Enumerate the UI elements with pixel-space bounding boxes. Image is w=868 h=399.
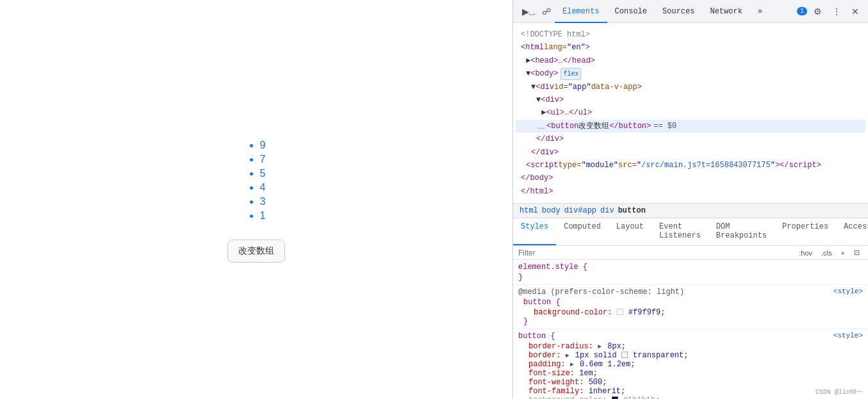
tree-div-inner[interactable]: ▼<div> — [516, 94, 865, 106]
doctype-text: <!DOCTYPE html> — [521, 28, 590, 41]
notification-badge: 1 — [797, 7, 807, 15]
bc-html[interactable]: html — [518, 206, 539, 215]
breadcrumb: html body div#app div button — [513, 204, 868, 218]
script-src-link[interactable]: /src/main.js?t=1658843077175 — [641, 159, 771, 172]
tab-styles[interactable]: Styles — [513, 218, 556, 245]
tree-close-body: </body> — [516, 172, 865, 184]
html-tree: <!DOCTYPE html> <html lang="en"> ► <head… — [513, 23, 868, 204]
watermark: CSDN @lin钟一 — [815, 387, 863, 396]
devtools-actions: 1 ⚙ ⋮ ✕ — [797, 4, 863, 19]
device-icon[interactable]: ☍ — [538, 4, 555, 19]
tab-elements[interactable]: Elements — [555, 0, 607, 23]
list-item: 7 — [260, 154, 266, 165]
list-item: 5 — [260, 168, 266, 179]
bc-div[interactable]: div — [599, 206, 616, 215]
bc-button[interactable]: button — [617, 206, 647, 215]
tab-layout[interactable]: Layout — [609, 218, 651, 245]
page-content: 975431 改变数组 — [0, 0, 512, 399]
css-font-family: font-family: inherit; — [528, 387, 863, 396]
tree-ul[interactable]: ► <ul>…</ul> — [516, 106, 865, 119]
tree-close-div1: </div> — [516, 133, 865, 145]
css-font-size: font-size: 1em; — [528, 369, 863, 378]
tab-network[interactable]: Network — [702, 0, 749, 23]
tab-properties[interactable]: Properties — [774, 218, 836, 245]
tab-console[interactable]: Console — [607, 0, 655, 23]
devtools-topbar: ▶⎵ ☍ Elements Console Sources Network » … — [513, 0, 868, 23]
list-item: 4 — [260, 182, 266, 193]
css-border-radius: border-radius: ► 8px; — [528, 342, 863, 351]
inspect-icon[interactable]: ▶⎵ — [518, 4, 538, 19]
computed-layout-icon[interactable]: ⊡ — [851, 247, 863, 258]
filter-buttons: :hov .cls + ⊡ — [796, 247, 863, 258]
more-options-icon[interactable]: ⋮ — [828, 4, 845, 19]
button-rule-source[interactable]: <style> — [833, 332, 863, 339]
devtools-panel: ▶⎵ ☍ Elements Console Sources Network » … — [512, 0, 868, 399]
color-swatch-transparent — [621, 352, 628, 358]
devtools-main-tabs: Elements Console Sources Network » — [555, 0, 770, 23]
tree-close-div2: </div> — [516, 146, 865, 159]
close-devtools-button[interactable]: ✕ — [848, 4, 863, 19]
flex-badge: flex — [561, 68, 581, 80]
tab-computed[interactable]: Computed — [556, 218, 609, 245]
tab-event-listeners[interactable]: Event Listeners — [651, 218, 708, 245]
filter-input[interactable] — [518, 248, 796, 257]
tab-dom-breakpoints[interactable]: DOM Breakpoints — [708, 218, 774, 245]
tree-body[interactable]: ▼ <body> flex — [516, 67, 865, 80]
bc-body[interactable]: body — [541, 206, 562, 215]
settings-icon[interactable]: ⚙ — [810, 4, 826, 19]
tab-more[interactable]: » — [750, 0, 770, 23]
color-swatch-f9f9f9 — [617, 309, 623, 315]
css-border: border: ► 1px solid transparent; — [528, 351, 863, 360]
tree-head[interactable]: ► <head>…</head> — [516, 54, 865, 67]
element-style-rule: element.style { } — [513, 260, 868, 285]
hov-button[interactable]: :hov — [796, 248, 815, 258]
tab-accessibility[interactable]: Accessibility — [836, 218, 868, 245]
tree-button-selected[interactable]: … <button 改变数组</button> == $0 — [516, 120, 865, 133]
number-list: 975431 — [247, 137, 266, 224]
tree-html[interactable]: <html lang="en"> — [516, 41, 865, 54]
list-item: 3 — [260, 196, 266, 208]
cls-button[interactable]: .cls — [818, 248, 835, 258]
css-font-weight: font-weight: 500; — [528, 378, 863, 387]
color-swatch-1b1b1b — [612, 396, 618, 399]
list-item: 9 — [260, 140, 266, 151]
change-array-button[interactable]: 改变数组 — [227, 240, 285, 263]
media-rule: @media (prefers-color-scheme: light) but… — [513, 285, 868, 329]
css-bg-color-strikethrough: background-color: #1b1b1b; — [528, 396, 863, 399]
dots-expand-button[interactable]: … — [536, 122, 546, 131]
css-prop-bg-media: background-color: #f9f9f9; — [534, 308, 863, 317]
style-tabs: Styles Computed Layout Event Listeners D… — [513, 218, 868, 246]
tree-script[interactable]: <script type="module" src="/src/main.js?… — [516, 159, 865, 172]
tree-div-app[interactable]: ▼<div id="app" data-v-app> — [516, 81, 865, 94]
list-item: 1 — [260, 210, 266, 222]
tree-close-html: </html> — [516, 185, 865, 198]
styles-panel[interactable]: element.style { } @media (prefers-color-… — [513, 260, 868, 399]
css-padding: padding: ► 0.6em 1.2em; — [528, 360, 863, 369]
add-style-button[interactable]: + — [838, 248, 848, 258]
tree-doctype: <!DOCTYPE html> — [516, 28, 865, 41]
filter-bar: :hov .cls + ⊡ — [513, 246, 868, 260]
button-rule: button { <style> border-radius: ► 8px; b… — [513, 329, 868, 399]
tab-sources[interactable]: Sources — [655, 0, 702, 23]
bc-div-app[interactable]: div#app — [563, 206, 598, 215]
media-rule-source[interactable]: <style> — [833, 288, 863, 295]
